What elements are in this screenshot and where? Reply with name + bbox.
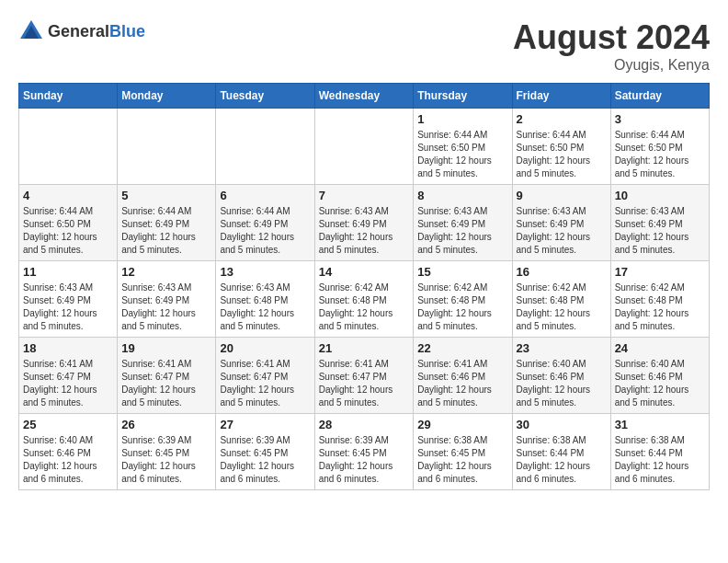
day-number: 22 xyxy=(417,341,507,355)
calendar-day-cell xyxy=(216,109,314,185)
calendar-day-cell: 28Sunrise: 6:39 AMSunset: 6:45 PMDayligh… xyxy=(314,414,414,490)
calendar-day-cell: 26Sunrise: 6:39 AMSunset: 6:45 PMDayligh… xyxy=(118,414,216,490)
calendar-day-cell: 3Sunrise: 6:44 AMSunset: 6:50 PMDaylight… xyxy=(610,109,709,185)
day-info: Sunrise: 6:40 AMSunset: 6:46 PMDaylight:… xyxy=(23,434,113,486)
day-info: Sunrise: 6:43 AMSunset: 6:49 PMDaylight:… xyxy=(319,205,410,257)
calendar-week-row: 4Sunrise: 6:44 AMSunset: 6:50 PMDaylight… xyxy=(19,185,710,261)
weekday-header-cell: Sunday xyxy=(19,84,118,109)
day-info: Sunrise: 6:40 AMSunset: 6:46 PMDaylight:… xyxy=(615,358,705,409)
day-info: Sunrise: 6:41 AMSunset: 6:47 PMDaylight:… xyxy=(121,358,211,409)
calendar-week-row: 1Sunrise: 6:44 AMSunset: 6:50 PMDaylight… xyxy=(19,109,710,185)
calendar-day-cell: 18Sunrise: 6:41 AMSunset: 6:47 PMDayligh… xyxy=(19,338,118,414)
day-info: Sunrise: 6:43 AMSunset: 6:48 PMDaylight:… xyxy=(220,282,310,333)
day-number: 26 xyxy=(121,418,211,431)
calendar-day-cell: 15Sunrise: 6:42 AMSunset: 6:48 PMDayligh… xyxy=(414,261,512,338)
day-info: Sunrise: 6:44 AMSunset: 6:50 PMDaylight:… xyxy=(417,129,507,180)
calendar-day-cell: 31Sunrise: 6:38 AMSunset: 6:44 PMDayligh… xyxy=(610,414,709,490)
calendar-week-row: 18Sunrise: 6:41 AMSunset: 6:47 PMDayligh… xyxy=(19,338,710,414)
calendar-day-cell xyxy=(314,109,414,185)
day-info: Sunrise: 6:42 AMSunset: 6:48 PMDaylight:… xyxy=(615,282,705,333)
day-number: 2 xyxy=(517,112,607,126)
day-number: 6 xyxy=(220,189,310,202)
logo: GeneralBlue xyxy=(18,18,145,44)
day-info: Sunrise: 6:43 AMSunset: 6:49 PMDaylight:… xyxy=(615,205,705,257)
weekday-header-cell: Tuesday xyxy=(216,84,314,109)
day-number: 29 xyxy=(417,418,507,431)
day-number: 9 xyxy=(517,189,607,202)
day-number: 21 xyxy=(319,341,410,355)
day-number: 17 xyxy=(615,265,705,279)
day-number: 27 xyxy=(220,418,310,431)
day-number: 30 xyxy=(517,418,607,431)
day-info: Sunrise: 6:43 AMSunset: 6:49 PMDaylight:… xyxy=(417,205,507,257)
calendar-day-cell: 21Sunrise: 6:41 AMSunset: 6:47 PMDayligh… xyxy=(314,338,414,414)
day-info: Sunrise: 6:44 AMSunset: 6:50 PMDaylight:… xyxy=(615,129,705,180)
day-number: 23 xyxy=(517,341,607,355)
calendar-day-cell: 27Sunrise: 6:39 AMSunset: 6:45 PMDayligh… xyxy=(216,414,314,490)
calendar-day-cell: 29Sunrise: 6:38 AMSunset: 6:45 PMDayligh… xyxy=(414,414,512,490)
weekday-header-row: SundayMondayTuesdayWednesdayThursdayFrid… xyxy=(19,84,710,109)
day-number: 7 xyxy=(319,189,410,202)
day-number: 14 xyxy=(319,265,410,279)
calendar-day-cell: 4Sunrise: 6:44 AMSunset: 6:50 PMDaylight… xyxy=(19,185,118,261)
calendar-week-row: 11Sunrise: 6:43 AMSunset: 6:49 PMDayligh… xyxy=(19,261,710,338)
calendar-table: SundayMondayTuesdayWednesdayThursdayFrid… xyxy=(18,83,710,490)
calendar-day-cell: 19Sunrise: 6:41 AMSunset: 6:47 PMDayligh… xyxy=(118,338,216,414)
weekday-header-cell: Thursday xyxy=(414,84,512,109)
logo-icon xyxy=(18,18,44,44)
logo-general: General xyxy=(48,22,109,40)
calendar-day-cell xyxy=(118,109,216,185)
day-number: 20 xyxy=(220,341,310,355)
calendar-day-cell: 25Sunrise: 6:40 AMSunset: 6:46 PMDayligh… xyxy=(19,414,118,490)
day-number: 12 xyxy=(121,265,211,279)
day-info: Sunrise: 6:43 AMSunset: 6:49 PMDaylight:… xyxy=(23,282,113,333)
day-number: 5 xyxy=(121,189,211,202)
day-info: Sunrise: 6:44 AMSunset: 6:49 PMDaylight:… xyxy=(220,205,310,257)
page-header: GeneralBlue August 2024 Oyugis, Kenya xyxy=(18,18,710,74)
day-info: Sunrise: 6:42 AMSunset: 6:48 PMDaylight:… xyxy=(517,282,607,333)
day-info: Sunrise: 6:38 AMSunset: 6:45 PMDaylight:… xyxy=(417,434,507,486)
day-info: Sunrise: 6:41 AMSunset: 6:46 PMDaylight:… xyxy=(417,358,507,409)
calendar-day-cell: 24Sunrise: 6:40 AMSunset: 6:46 PMDayligh… xyxy=(610,338,709,414)
day-number: 13 xyxy=(220,265,310,279)
day-info: Sunrise: 6:39 AMSunset: 6:45 PMDaylight:… xyxy=(220,434,310,486)
day-number: 19 xyxy=(121,341,211,355)
calendar-day-cell: 17Sunrise: 6:42 AMSunset: 6:48 PMDayligh… xyxy=(610,261,709,338)
title-block: August 2024 Oyugis, Kenya xyxy=(513,18,710,74)
logo-blue: Blue xyxy=(109,22,145,40)
day-number: 11 xyxy=(23,265,113,279)
day-info: Sunrise: 6:42 AMSunset: 6:48 PMDaylight:… xyxy=(417,282,507,333)
calendar-day-cell: 13Sunrise: 6:43 AMSunset: 6:48 PMDayligh… xyxy=(216,261,314,338)
day-info: Sunrise: 6:42 AMSunset: 6:48 PMDaylight:… xyxy=(319,282,410,333)
calendar-day-cell: 12Sunrise: 6:43 AMSunset: 6:49 PMDayligh… xyxy=(118,261,216,338)
day-number: 15 xyxy=(417,265,507,279)
calendar-day-cell: 30Sunrise: 6:38 AMSunset: 6:44 PMDayligh… xyxy=(512,414,610,490)
day-info: Sunrise: 6:44 AMSunset: 6:50 PMDaylight:… xyxy=(23,205,113,257)
day-number: 8 xyxy=(417,189,507,202)
calendar-day-cell: 23Sunrise: 6:40 AMSunset: 6:46 PMDayligh… xyxy=(512,338,610,414)
calendar-day-cell: 20Sunrise: 6:41 AMSunset: 6:47 PMDayligh… xyxy=(216,338,314,414)
day-info: Sunrise: 6:39 AMSunset: 6:45 PMDaylight:… xyxy=(319,434,410,486)
logo-text: GeneralBlue xyxy=(48,22,145,41)
calendar-day-cell: 2Sunrise: 6:44 AMSunset: 6:50 PMDaylight… xyxy=(512,109,610,185)
calendar-day-cell: 8Sunrise: 6:43 AMSunset: 6:49 PMDaylight… xyxy=(414,185,512,261)
calendar-day-cell xyxy=(19,109,118,185)
day-number: 24 xyxy=(615,341,705,355)
day-info: Sunrise: 6:41 AMSunset: 6:47 PMDaylight:… xyxy=(220,358,310,409)
calendar-day-cell: 7Sunrise: 6:43 AMSunset: 6:49 PMDaylight… xyxy=(314,185,414,261)
day-info: Sunrise: 6:38 AMSunset: 6:44 PMDaylight:… xyxy=(615,434,705,486)
calendar-week-row: 25Sunrise: 6:40 AMSunset: 6:46 PMDayligh… xyxy=(19,414,710,490)
day-number: 18 xyxy=(23,341,113,355)
calendar-day-cell: 5Sunrise: 6:44 AMSunset: 6:49 PMDaylight… xyxy=(118,185,216,261)
calendar-day-cell: 1Sunrise: 6:44 AMSunset: 6:50 PMDaylight… xyxy=(414,109,512,185)
month-year: August 2024 xyxy=(513,18,710,57)
day-info: Sunrise: 6:40 AMSunset: 6:46 PMDaylight:… xyxy=(517,358,607,409)
day-info: Sunrise: 6:38 AMSunset: 6:44 PMDaylight:… xyxy=(517,434,607,486)
day-number: 28 xyxy=(319,418,410,431)
weekday-header-cell: Monday xyxy=(118,84,216,109)
day-info: Sunrise: 6:43 AMSunset: 6:49 PMDaylight:… xyxy=(517,205,607,257)
day-info: Sunrise: 6:43 AMSunset: 6:49 PMDaylight:… xyxy=(121,282,211,333)
calendar-day-cell: 11Sunrise: 6:43 AMSunset: 6:49 PMDayligh… xyxy=(19,261,118,338)
day-number: 16 xyxy=(517,265,607,279)
day-number: 1 xyxy=(417,112,507,126)
